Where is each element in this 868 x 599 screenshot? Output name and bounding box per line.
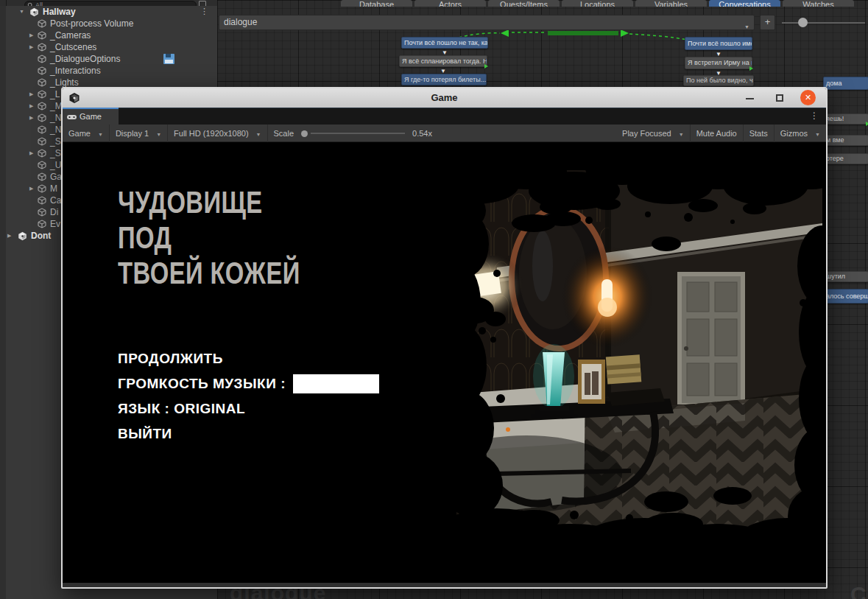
tab-quests-items[interactable]: Quests/Items bbox=[488, 0, 560, 7]
dialogue-node[interactable]: дома bbox=[823, 77, 868, 90]
tab-game[interactable]: Game bbox=[63, 108, 119, 125]
dialogue-node[interactable]: яешь! bbox=[823, 113, 868, 125]
resolution-dropdown[interactable]: Full HD (1920x1080)▼ bbox=[168, 125, 267, 142]
tab-watches[interactable]: Watches bbox=[783, 0, 854, 7]
hierarchy-item-label: _N bbox=[50, 125, 61, 135]
window-title: Game bbox=[63, 92, 826, 103]
display-dropdown[interactable]: Display 1▼ bbox=[110, 125, 167, 142]
dialogue-node[interactable]: Почти всё пошло именно так bbox=[685, 37, 752, 50]
expand-arrow-icon[interactable]: ▶ bbox=[29, 103, 33, 109]
game-viewport: ЧУДОВИЩЕ ПОД ТВОЕЙ КОЖЕЙ ПРОДОЛЖИТЬГРОМК… bbox=[63, 142, 826, 583]
pane-menu-icon[interactable]: ⋮ bbox=[810, 111, 819, 121]
game-menu-item[interactable]: ВЫЙТИ bbox=[118, 424, 172, 444]
dialogue-node[interactable]: Почти всё пошло не так, ка bbox=[401, 37, 488, 49]
hierarchy-row[interactable]: ▶_Cameras bbox=[0, 29, 217, 41]
view-mode-dropdown[interactable]: Game▼ bbox=[63, 125, 109, 142]
scale-slider[interactable]: Scale0.54x bbox=[268, 125, 438, 142]
game-scene-image bbox=[387, 155, 822, 557]
save-floppy-icon bbox=[163, 54, 174, 64]
game-menu-item[interactable]: ГРОМКОСТЬ МУЗЫКИ : bbox=[118, 374, 379, 393]
gameobject-cube-icon bbox=[38, 220, 46, 231]
game-menu-item-label: ГРОМКОСТЬ МУЗЫКИ : bbox=[118, 376, 286, 392]
dialogue-node[interactable]: Я встретил Ирму на пороге bbox=[685, 57, 752, 69]
hierarchy-item-label: _DialogueOptions bbox=[50, 54, 120, 64]
scene-menu-icon[interactable]: ⋮ bbox=[200, 7, 208, 16]
conversation-dropdown-value: dialogue bbox=[224, 17, 257, 27]
gameobject-cube-icon bbox=[38, 31, 46, 42]
expand-arrow-icon[interactable]: ▶ bbox=[29, 44, 33, 50]
hierarchy-item-label: Post-process Volume bbox=[50, 18, 133, 29]
gameobject-cube-icon bbox=[38, 19, 46, 30]
scale-slider-track[interactable] bbox=[311, 133, 405, 134]
chevron-down-icon: ▼ bbox=[98, 132, 103, 137]
hierarchy-item-label: Ca bbox=[50, 195, 61, 206]
hierarchy-item-label: Di bbox=[50, 207, 58, 217]
tab-conversations[interactable]: Conversations bbox=[709, 0, 780, 7]
music-volume-slider[interactable] bbox=[293, 374, 379, 393]
scale-slider-handle[interactable] bbox=[301, 130, 308, 137]
tab-locations[interactable]: Locations bbox=[562, 0, 633, 7]
dialogue-node[interactable]: алось соверш bbox=[823, 289, 868, 304]
game-menu-item[interactable]: ПРОДОЛЖИТЬ bbox=[118, 348, 223, 368]
hierarchy-item-label: _Cameras bbox=[50, 30, 91, 41]
conversation-dropdown[interactable]: dialogue ▼ bbox=[219, 15, 755, 30]
gameobject-cube-icon bbox=[38, 55, 46, 66]
hierarchy-scene-hallway[interactable]: ▼Hallway⋮ bbox=[0, 6, 217, 18]
window-layout-icon[interactable] bbox=[199, 1, 206, 6]
canvas-watermark-letter: C bbox=[850, 582, 867, 599]
dialogue-node[interactable]: м вме bbox=[823, 135, 868, 146]
chevron-down-icon: ▼ bbox=[156, 132, 161, 137]
chevron-down-icon: ▼ bbox=[256, 132, 261, 137]
hierarchy-row[interactable]: _Interactions bbox=[0, 65, 217, 77]
gizmos-dropdown[interactable]: Gizmos▼ bbox=[775, 125, 826, 142]
gameobject-cube-icon bbox=[38, 125, 46, 136]
tab-variables[interactable]: Variables bbox=[635, 0, 707, 7]
unity-editor-root: DatabaseActorsQuests/ItemsLocationsVaria… bbox=[0, 0, 868, 599]
game-menu-item[interactable]: ЯЗЫК : ORIGINAL bbox=[118, 399, 245, 418]
maximize-button[interactable] bbox=[776, 94, 783, 102]
expand-arrow-icon[interactable]: ▶ bbox=[29, 186, 33, 192]
expand-arrow-icon[interactable]: ▶ bbox=[29, 91, 33, 97]
dialogue-node[interactable]: По ней было видно, что она bbox=[683, 75, 754, 86]
hierarchy-item-label: _Lights bbox=[50, 77, 79, 88]
expand-arrow-icon[interactable]: ▶ bbox=[29, 32, 33, 38]
expand-arrow-icon[interactable]: ▼ bbox=[19, 9, 24, 14]
game-window: Game ✕ Game ⋮ Game▼ Display 1▼ bbox=[61, 87, 828, 589]
dialogue-node[interactable]: Я где-то потерял билеты... bbox=[401, 74, 487, 85]
tab-database[interactable]: Database bbox=[341, 0, 412, 7]
expand-arrow-icon[interactable]: ▶ bbox=[7, 233, 11, 239]
focus-hairline bbox=[63, 108, 826, 108]
scale-value: 0.54x bbox=[412, 129, 432, 138]
search-input[interactable]: All bbox=[24, 1, 197, 6]
expand-arrow-icon[interactable]: ▶ bbox=[29, 115, 33, 121]
tab-actors[interactable]: Actors bbox=[414, 0, 486, 7]
hierarchy-row[interactable]: _DialogueOptions bbox=[0, 53, 217, 65]
game-view-toolbar: Game▼ Display 1▼ Full HD (1920x1080)▼ Sc… bbox=[63, 125, 826, 142]
minimize-button[interactable] bbox=[746, 98, 754, 99]
stats-button[interactable]: Stats bbox=[744, 125, 774, 142]
mute-audio-button[interactable]: Mute Audio bbox=[691, 125, 743, 142]
play-focused-dropdown[interactable]: Play Focused▼ bbox=[616, 125, 690, 142]
hierarchy-item-label: M bbox=[50, 183, 57, 194]
dialogue-node[interactable]: отере bbox=[823, 153, 868, 164]
gameobject-cube-icon bbox=[38, 66, 46, 77]
dialogue-node[interactable]: Я всё спланировал тогда. Н bbox=[399, 55, 487, 67]
dialogue-node[interactable]: шутил bbox=[823, 271, 868, 282]
node-out-link-icon bbox=[484, 64, 488, 69]
tab-game-label: Game bbox=[80, 112, 102, 121]
add-conversation-button[interactable]: + bbox=[760, 15, 775, 30]
gameobject-cube-icon bbox=[38, 172, 46, 183]
hierarchy-item-label: _U bbox=[50, 160, 61, 170]
hierarchy-row[interactable]: Post-process Volume bbox=[0, 18, 217, 29]
gamepad-icon bbox=[67, 110, 77, 125]
hierarchy-item-label: _S bbox=[50, 136, 61, 147]
hierarchy-item-label: _N bbox=[50, 113, 61, 123]
canvas-zoom-slider-handle[interactable] bbox=[798, 18, 808, 27]
expand-arrow-icon[interactable]: ▶ bbox=[29, 150, 33, 156]
game-window-bottom-strip bbox=[63, 583, 826, 587]
close-button[interactable]: ✕ bbox=[800, 90, 816, 105]
chevron-down-icon: ▼ bbox=[815, 132, 820, 137]
hierarchy-row[interactable]: ▶_Cutscenes bbox=[0, 41, 217, 53]
canvas-zoom-slider-track[interactable] bbox=[782, 22, 865, 24]
game-window-titlebar[interactable]: Game ✕ bbox=[63, 88, 826, 108]
